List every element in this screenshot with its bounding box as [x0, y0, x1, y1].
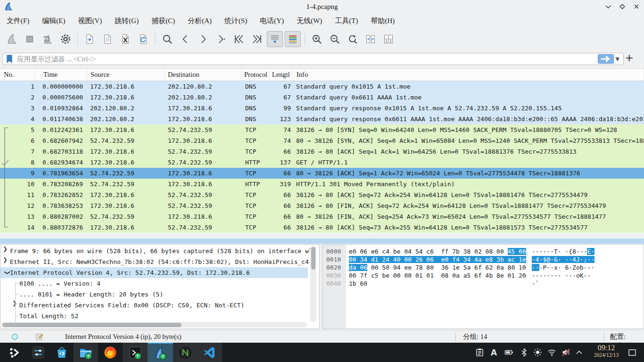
go-first-button[interactable]	[231, 31, 247, 47]
go-last-button[interactable]	[249, 31, 265, 47]
packet-row-3[interactable]: 30.010932864202.120.80.2172.30.218.6DNS9…	[0, 103, 644, 114]
col-header-protocol[interactable]: Protocol	[241, 69, 270, 81]
close-button[interactable]	[633, 3, 640, 10]
hex-row-0030[interactable]: 003000 7f c5 be 00 00 01 01 08 0a a5 6f …	[322, 272, 644, 280]
display-filter-box[interactable]: ▼	[2, 53, 624, 65]
capture-comment-icon[interactable]	[35, 333, 43, 341]
menu-1[interactable]: 编辑(E)	[42, 16, 65, 25]
menu-2[interactable]: 视图(V)	[78, 16, 102, 25]
menu-0[interactable]: 文件(F)	[7, 16, 29, 25]
show-desktop-button[interactable]	[625, 343, 639, 362]
file-save-button[interactable]	[99, 31, 116, 47]
menu-10[interactable]: 帮助(H)	[371, 16, 395, 25]
filter-dropdown-caret[interactable]: ▼	[616, 56, 619, 62]
filter-apply-button[interactable]	[598, 54, 614, 64]
taskbar-discover[interactable]	[50, 343, 74, 362]
tray-wifi[interactable]	[545, 343, 558, 362]
expand-arrow-icon[interactable]: ❯	[12, 300, 17, 311]
auto-scroll-button[interactable]	[267, 31, 283, 47]
packet-row-9[interactable]: 90.78196365452.74.232.59172.30.218.6TCP6…	[0, 168, 644, 179]
packet-row-14[interactable]: 140.880372876172.30.218.652.74.232.59TCP…	[0, 222, 644, 233]
menu-9[interactable]: 工具(T)	[335, 16, 358, 25]
col-header-info[interactable]: Info	[292, 69, 644, 81]
zoom-in-button[interactable]	[309, 31, 325, 47]
capture-stop-button[interactable]	[22, 31, 38, 47]
capture-start-button[interactable]	[4, 31, 20, 47]
menu-8[interactable]: 无线(W)	[297, 16, 322, 25]
taskbar-konsole[interactable]: +	[123, 343, 148, 362]
packet-row-1[interactable]: 10.000000000172.30.218.6202.120.80.2DNS6…	[0, 81, 644, 92]
file-close-button[interactable]	[117, 31, 133, 47]
find-packet-button[interactable]	[159, 31, 175, 47]
packet-row-5[interactable]: 50.012242361172.30.218.652.74.232.59TCP7…	[0, 124, 644, 135]
packet-row-4[interactable]: 40.011740638202.120.80.2172.30.218.6DNS1…	[0, 114, 644, 124]
svg-text:3: 3	[389, 39, 391, 43]
filter-add-button[interactable]: +	[625, 52, 634, 64]
hex-row-0040[interactable]: 00401b 60·`	[322, 280, 644, 288]
packet-row-10[interactable]: 100.78320826952.74.232.59172.30.218.6HTT…	[0, 179, 644, 189]
expand-arrow-icon[interactable]: ❯	[2, 246, 8, 256]
taskbar-neovim[interactable]	[173, 343, 198, 362]
tray-tray-expand[interactable]	[572, 343, 586, 362]
bluetooth-icon	[520, 348, 528, 357]
taskbar-firefox[interactable]	[98, 343, 123, 362]
colorize-button[interactable]	[285, 31, 301, 47]
taskbar-vscode[interactable]	[198, 343, 222, 362]
tray-battery[interactable]	[502, 343, 515, 362]
hex-row-0010[interactable]: 001000 34 d1 24 40 00 26 06 e0 f4 34 4a …	[322, 255, 644, 263]
taskbar: +++ A 09:12 2024/12/13	[0, 343, 644, 362]
display-filter-input[interactable]	[16, 55, 598, 64]
packet-row-12[interactable]: 120.783638253172.30.218.652.74.232.59TCP…	[0, 200, 644, 211]
menu-5[interactable]: 分析(A)	[188, 16, 212, 25]
col-header-lengtl[interactable]: Lengtl	[270, 69, 292, 81]
packet-row-8[interactable]: 80.682934674172.30.218.652.74.232.59HTTP…	[0, 157, 644, 168]
taskbar-file-manager[interactable]: +	[74, 343, 98, 362]
taskbar-system-settings[interactable]	[26, 343, 50, 362]
col-header-destination[interactable]: Destination	[165, 69, 241, 81]
menu-4[interactable]: 捕获(C)	[151, 16, 175, 25]
detail-vscrollbar[interactable]	[310, 246, 316, 322]
col-header-no[interactable]: No.	[0, 69, 35, 81]
packet-row-11[interactable]: 110.783262852172.30.218.652.74.232.59TCP…	[0, 189, 644, 200]
menu-6[interactable]: 统计(S)	[224, 16, 247, 25]
expert-info-icon[interactable]	[11, 333, 18, 340]
tray-input-method[interactable]: A	[487, 343, 500, 362]
col-header-time[interactable]: Time	[35, 69, 87, 81]
packet-row-7[interactable]: 70.682703118172.30.218.652.74.232.59TCP6…	[0, 146, 644, 157]
packet-row-6[interactable]: 60.68260794252.74.232.59172.30.218.6TCP7…	[0, 135, 644, 146]
tray-bluetooth[interactable]	[517, 343, 530, 362]
taskbar-wireshark[interactable]: +	[148, 343, 173, 362]
menu-7[interactable]: 电话(Y)	[260, 16, 284, 25]
layout-123-button[interactable]: 123	[380, 31, 396, 47]
minimize-button[interactable]	[604, 3, 612, 10]
new-window-badge: +	[85, 353, 92, 360]
capture-restart-button[interactable]	[40, 31, 56, 47]
maximize-button[interactable]	[619, 3, 626, 10]
tray-volume-muted[interactable]	[559, 343, 572, 362]
packet-detail-pane: ❯Frame 9: 66 bytes on wire (528 bits), 6…	[0, 244, 320, 329]
hex-row-0020[interactable]: 0020da 06 00 50 94 ee 78 80 36 1e 5a 6f …	[322, 263, 644, 272]
tray-clipboard[interactable]	[473, 343, 486, 362]
packet-row-2[interactable]: 20.000075600172.30.218.6202.120.80.2DNS6…	[0, 92, 644, 103]
expand-arrow-icon[interactable]: ❯	[2, 256, 8, 267]
pane-splitter[interactable]	[0, 239, 644, 244]
menu-3[interactable]: 跳转(G)	[115, 16, 139, 25]
go-to-packet-button[interactable]	[213, 31, 229, 47]
go-back-button[interactable]	[177, 31, 193, 47]
packet-row-13[interactable]: 130.88028700252.74.232.59172.30.218.6TCP…	[0, 211, 644, 222]
clock[interactable]: 09:12 2024/12/13	[588, 344, 624, 358]
col-header-source[interactable]: Source	[87, 69, 165, 81]
file-open-button[interactable]	[82, 31, 98, 47]
reload-button[interactable]	[135, 31, 151, 47]
tray-brightness[interactable]	[531, 343, 544, 362]
detail-hscrollbar[interactable]	[1, 322, 307, 328]
taskbar-app-launcher[interactable]	[3, 343, 26, 362]
go-forward-button[interactable]	[195, 31, 211, 47]
filter-bookmark-icon[interactable]	[6, 55, 13, 63]
capture-options-button[interactable]	[58, 31, 74, 47]
resize-columns-button[interactable]	[363, 31, 379, 47]
hex-row-0000[interactable]: 0000e0 06 e6 c4 be 04 54 c6 ff 7b 38 02 …	[322, 247, 644, 255]
zoom-reset-button[interactable]	[345, 31, 361, 47]
zoom-out-button[interactable]	[327, 31, 343, 47]
collapse-arrow-icon[interactable]: ❯	[0, 270, 11, 276]
